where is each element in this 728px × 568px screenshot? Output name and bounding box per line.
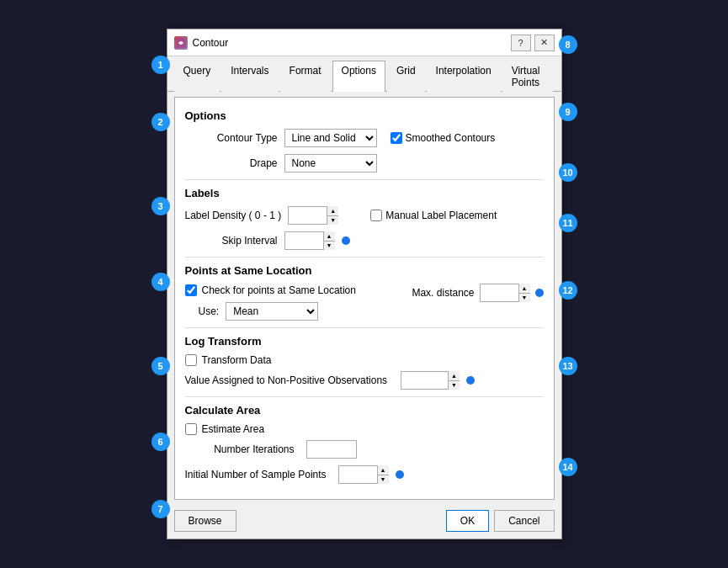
drape-row: Drape None Elevation Custom	[185, 154, 544, 173]
badge-10: 10	[559, 163, 577, 182]
nonpos-spin-down[interactable]: ▼	[449, 381, 460, 390]
title-bar: Contour ? ✕	[167, 29, 561, 56]
smoothed-contours-checkbox[interactable]	[391, 132, 402, 144]
estimate-area-label: Estimate Area	[202, 423, 265, 435]
action-buttons: OK Cancel	[446, 510, 555, 532]
iterations-row: Number Iterations 20	[185, 440, 544, 459]
sample-points-label: Initial Number of Sample Points	[185, 469, 327, 480]
check-points-row: Check for points at Same Location	[185, 284, 356, 296]
manual-label-checkbox[interactable]	[370, 210, 382, 221]
badge-5: 5	[151, 357, 170, 375]
skip-spin-down[interactable]: ▼	[324, 242, 335, 251]
check-points-label: Check for points at Same Location	[202, 284, 356, 296]
tab-intervals[interactable]: Intervals	[221, 61, 278, 92]
title-bar-left: Contour	[174, 36, 229, 50]
cancel-button[interactable]: Cancel	[494, 510, 554, 532]
badge-13: 13	[559, 357, 577, 375]
manual-label-label: Manual Label Placement	[385, 210, 497, 221]
close-button[interactable]: ✕	[534, 35, 555, 51]
use-row: Use: Mean Median Min Max	[185, 302, 544, 321]
browse-button[interactable]: Browse	[174, 510, 236, 532]
contour-type-row: Contour Type Line and Solid Line Only So…	[185, 129, 544, 147]
density-spin-up[interactable]: ▲	[327, 206, 338, 216]
badge-1: 1	[151, 56, 170, 74]
tab-query[interactable]: Query	[174, 61, 221, 92]
sample-spin-down[interactable]: ▼	[378, 475, 389, 485]
smoothed-contours-label: Smoothed Contours	[406, 132, 496, 144]
badge-12: 12	[559, 281, 577, 300]
help-button[interactable]: ?	[511, 35, 531, 51]
dialog-wrapper: 1 2 3 4 5 6 7 8 9 10 11 12 13 14 Contour…	[167, 29, 562, 539]
badge-7: 7	[151, 500, 170, 518]
badge-2: 2	[151, 113, 170, 131]
maxdist-spin-up[interactable]: ▲	[519, 284, 530, 294]
badge-8: 8	[559, 35, 577, 54]
tab-grid[interactable]: Grid	[387, 61, 425, 92]
drape-select[interactable]: None Elevation Custom	[284, 154, 377, 173]
iterations-label: Number Iterations	[185, 443, 295, 455]
skip-interval-label: Skip Interval	[185, 235, 278, 247]
sample-indicator	[396, 470, 404, 479]
badge-9: 9	[559, 103, 577, 121]
skip-interval-row: Skip Interval 1 ▲ ▼	[185, 231, 544, 250]
maxdist-indicator	[535, 289, 544, 297]
sample-points-row: Initial Number of Sample Points 1700 ▲ ▼	[185, 465, 544, 484]
sample-points-spinner[interactable]: 1700 ▲ ▼	[338, 465, 389, 484]
non-positive-row: Value Assigned to Non-Positive Observati…	[185, 371, 544, 390]
transform-data-label: Transform Data	[202, 354, 272, 366]
max-dist-spinner[interactable]: 0.1 ▲ ▼	[480, 284, 530, 302]
calc-area-section-title: Calculate Area	[185, 404, 544, 417]
non-positive-label: Value Assigned to Non-Positive Observati…	[185, 374, 388, 386]
skip-indicator	[342, 236, 350, 245]
app-icon	[174, 36, 188, 50]
contour-type-label: Contour Type	[185, 132, 278, 144]
options-section-title: Options	[185, 109, 544, 122]
badge-6: 6	[151, 433, 170, 451]
badge-4: 4	[151, 273, 170, 291]
label-density-label: Label Density ( 0 - 1 )	[185, 210, 282, 221]
transform-data-row: Transform Data	[185, 354, 544, 366]
ok-button[interactable]: OK	[446, 510, 489, 532]
use-label: Use:	[199, 305, 220, 317]
tab-format[interactable]: Format	[280, 61, 331, 92]
tab-options[interactable]: Options	[332, 61, 385, 92]
skip-spin-up[interactable]: ▲	[324, 231, 335, 242]
non-positive-spinner[interactable]: 0.001 ▲ ▼	[401, 371, 460, 390]
tab-bar: Query Intervals Format Options Grid Inte…	[167, 56, 561, 92]
use-select[interactable]: Mean Median Min Max	[226, 302, 318, 321]
log-transform-section-title: Log Transform	[185, 335, 544, 348]
estimate-area-checkbox[interactable]	[185, 423, 197, 435]
check-points-checkbox[interactable]	[185, 284, 197, 296]
estimate-area-row: Estimate Area	[185, 423, 544, 435]
iterations-input[interactable]: 20	[306, 440, 357, 459]
title-bar-right: ? ✕	[511, 35, 555, 51]
nonpos-indicator	[466, 376, 475, 385]
skip-interval-spinner[interactable]: 1 ▲ ▼	[284, 231, 335, 250]
sample-spin-up[interactable]: ▲	[378, 465, 389, 475]
label-density-row: Label Density ( 0 - 1 ) 0.0118 ▲ ▼ Manua…	[185, 206, 544, 225]
max-dist-label: Max. distance	[412, 287, 474, 299]
drape-label: Drape	[185, 157, 278, 169]
badge-11: 11	[559, 214, 577, 232]
points-row: Check for points at Same Location Max. d…	[185, 284, 544, 302]
density-spin-down[interactable]: ▼	[327, 216, 338, 226]
contour-type-select[interactable]: Line and Solid Line Only Solid Only	[284, 129, 377, 147]
dialog-footer: Browse OK Cancel	[167, 505, 561, 539]
points-section-title: Points at Same Location	[185, 264, 544, 277]
label-density-spinner[interactable]: 0.0118 ▲ ▼	[288, 206, 338, 225]
labels-section-title: Labels	[185, 187, 544, 199]
tab-virtual-points[interactable]: Virtual Points	[502, 61, 553, 92]
badge-14: 14	[559, 458, 577, 476]
transform-data-checkbox[interactable]	[185, 354, 197, 366]
tab-interpolation[interactable]: Interpolation	[427, 61, 501, 92]
main-content: Options Contour Type Line and Solid Line…	[174, 97, 555, 500]
badge-3: 3	[151, 197, 170, 215]
maxdist-spin-down[interactable]: ▼	[519, 294, 530, 303]
dialog-title: Contour	[193, 37, 229, 49]
dialog: Contour ? ✕ Query Intervals Format Optio…	[167, 29, 562, 539]
nonpos-spin-up[interactable]: ▲	[449, 371, 460, 381]
